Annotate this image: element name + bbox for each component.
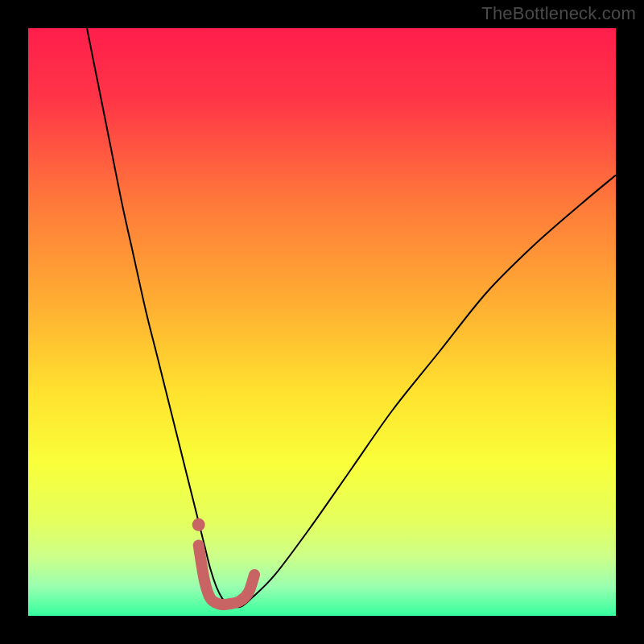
chart-background <box>28 28 616 616</box>
chart-marker-layer <box>192 518 205 531</box>
chart-frame: TheBottleneck.com <box>0 0 644 644</box>
chart-plot-area <box>28 28 616 616</box>
marker-highlight-dot <box>192 518 205 531</box>
watermark-text: TheBottleneck.com <box>481 3 636 24</box>
chart-svg <box>28 28 616 616</box>
